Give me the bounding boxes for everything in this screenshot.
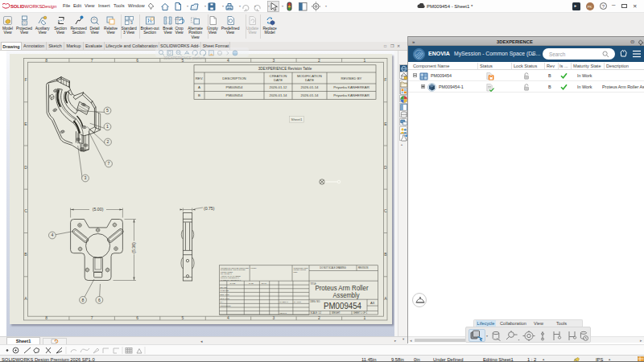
svg-text:SCALE: 1:2: SCALE: 1:2	[311, 311, 322, 314]
svg-text:8: 8	[45, 315, 47, 320]
svg-text:F: F	[24, 77, 27, 82]
svg-text:CHECKED: CHECKED	[221, 290, 229, 291]
svg-text:DRAWN: DRAWN	[221, 286, 228, 287]
svg-text:3: 3	[130, 20, 133, 25]
svg-text:SOLIDWORKS: SOLIDWORKS	[10, 4, 42, 9]
svg-text:2: 2	[318, 57, 320, 62]
svg-text:8: 8	[45, 57, 47, 62]
svg-text:1: 1	[106, 124, 109, 129]
svg-text:DO NOT SCALE DRAWING: DO NOT SCALE DRAWING	[320, 266, 345, 269]
svg-text:2026-01-14: 2026-01-14	[301, 85, 320, 89]
svg-text:REVISION: REVISION	[358, 266, 369, 269]
svg-text:DATE: DATE	[305, 77, 314, 81]
svg-text:COMMENTS:: COMMENTS:	[221, 304, 232, 306]
svg-text:(5.36): (5.36)	[131, 241, 136, 253]
svg-text:A3: A3	[370, 301, 375, 305]
svg-text:Assembly: Assembly	[333, 291, 360, 299]
svg-text:A: A	[24, 295, 27, 300]
svg-text:2026-01-14: 2026-01-14	[301, 93, 320, 97]
svg-text:E: E	[384, 121, 387, 125]
svg-text:6: 6	[136, 57, 138, 62]
svg-text:MFG APPR.: MFG APPR.	[221, 297, 230, 298]
svg-text:A: A	[198, 85, 200, 89]
svg-text:Q.A.FFW: Q.A.FFW	[294, 301, 302, 302]
svg-text:WEIGHT:: WEIGHT:	[332, 311, 341, 314]
svg-text:7: 7	[91, 57, 93, 62]
svg-text:FINISH: FINISH	[251, 266, 258, 268]
svg-text:1: 1	[363, 57, 365, 62]
svg-text:REVISED BY: REVISED BY	[341, 76, 362, 80]
svg-text:B: B	[24, 252, 27, 257]
svg-text:F: F	[384, 77, 386, 82]
svg-text:D: D	[24, 164, 27, 169]
svg-text:Sheet1: Sheet1	[291, 117, 303, 121]
svg-text:D: D	[384, 164, 387, 169]
svg-text:MATERIAL: MATERIAL	[279, 301, 289, 302]
svg-text:PER:: PER:	[294, 270, 298, 272]
svg-text:SU.FF: SU.FF	[262, 282, 267, 284]
svg-text:DATE: DATE	[274, 77, 283, 81]
svg-text:E: E	[24, 121, 27, 125]
svg-text:WEIGHT: WEIGHT	[279, 311, 287, 313]
svg-text:2026-01-14: 2026-01-14	[270, 93, 288, 97]
svg-text:5: 5	[182, 315, 184, 320]
svg-text:4: 4	[51, 232, 53, 237]
svg-text:NAME: NAME	[230, 282, 236, 284]
svg-text:Design: Design	[42, 4, 57, 9]
svg-text:6: 6	[136, 315, 138, 320]
svg-text:PM009454: PM009454	[226, 85, 243, 89]
svg-text:(5.00): (5.00)	[93, 207, 104, 212]
svg-text:2: 2	[318, 315, 320, 320]
svg-text:DATE: DATE	[249, 282, 254, 284]
svg-text:Priyanka KANHERKAR: Priyanka KANHERKAR	[333, 85, 369, 89]
svg-text:C: C	[24, 208, 27, 213]
svg-text:3: 3	[273, 315, 275, 320]
svg-text:SHEET 1 OF 1: SHEET 1 OF 1	[353, 311, 368, 314]
svg-text:2026-01-12: 2026-01-12	[270, 85, 288, 89]
svg-text:DESCRIPTION: DESCRIPTION	[222, 76, 246, 80]
svg-text:Priyanka KANHERKAR: Priyanka KANHERKAR	[333, 93, 369, 97]
svg-text:5: 5	[106, 108, 109, 113]
svg-text:Q.A.: Q.A.	[221, 301, 225, 302]
svg-text:8: 8	[82, 297, 85, 302]
svg-text:3: 3	[273, 57, 275, 62]
svg-text:C: C	[384, 208, 387, 213]
svg-text:DWG. NO.: DWG. NO.	[311, 299, 321, 302]
svg-text:3DEXPERIENCE Revision Table: 3DEXPERIENCE Revision Table	[258, 67, 312, 71]
svg-text:ENG APPR.: ENG APPR.	[221, 294, 230, 295]
svg-text:7: 7	[91, 315, 93, 320]
svg-text:B: B	[384, 252, 387, 257]
svg-text:3: 3	[85, 175, 87, 180]
svg-text:4: 4	[227, 315, 229, 320]
svg-text:7: 7	[108, 161, 110, 166]
svg-text:A: A	[384, 295, 387, 300]
svg-text:PM009454: PM009454	[226, 93, 243, 97]
svg-text:1: 1	[363, 315, 365, 320]
svg-text:PM009454: PM009454	[324, 301, 362, 311]
svg-text:(0.75): (0.75)	[204, 205, 215, 210]
svg-text:REV.: REV.	[196, 76, 204, 80]
svg-text:THREE PLACE DECIMAL: THREE PLACE DECIMAL	[221, 278, 242, 280]
svg-text:2: 2	[107, 139, 109, 144]
svg-text:6: 6	[98, 297, 101, 302]
svg-text:B: B	[198, 93, 200, 97]
